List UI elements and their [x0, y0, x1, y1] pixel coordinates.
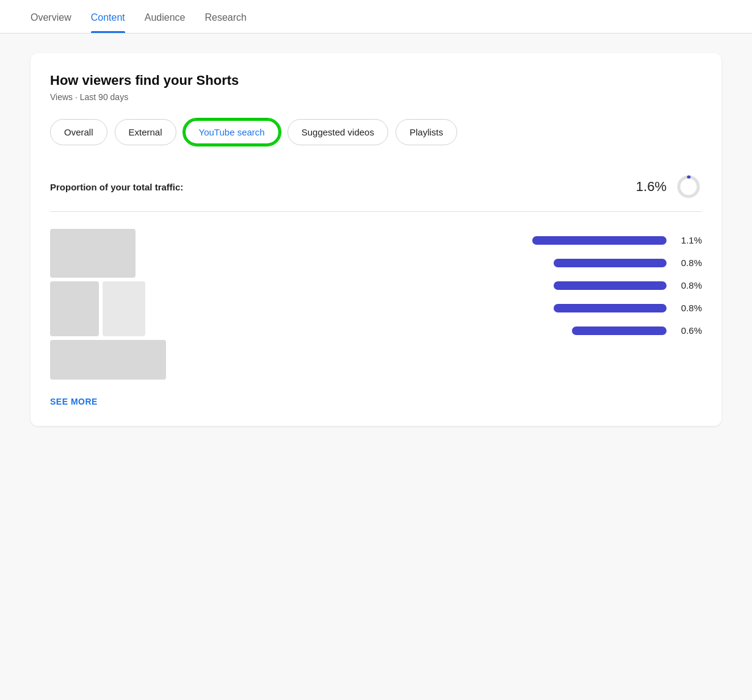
traffic-row: Proportion of your total traffic: 1.6% [50, 162, 702, 212]
bar-0 [532, 236, 667, 245]
bar-value-0: 1.1% [675, 235, 702, 245]
bar-3 [554, 304, 667, 312]
bar-2 [554, 281, 667, 290]
bar-row-1: 0.8% [186, 258, 702, 268]
card-title: How viewers find your Shorts [50, 73, 702, 88]
bar-row-4: 0.6% [186, 325, 702, 336]
bars-area: 1.1%0.8%0.8%0.8%0.6% [186, 229, 702, 336]
bar-1 [554, 259, 667, 267]
traffic-label: Proportion of your total traffic: [50, 182, 183, 192]
nav-tab-research[interactable]: Research [204, 12, 246, 33]
see-more-link[interactable]: SEE MORE [50, 397, 702, 406]
card-subtitle: Views · Last 90 days [50, 92, 702, 102]
thumb-bottom-row [50, 281, 166, 336]
traffic-percent: 1.6% [636, 179, 667, 195]
chip-playlists[interactable]: Playlists [396, 119, 457, 145]
chip-youtube-search[interactable]: YouTube search [184, 119, 280, 145]
thumb-top [50, 229, 136, 278]
traffic-right: 1.6% [636, 173, 702, 200]
content-area: 1.1%0.8%0.8%0.8%0.6% [50, 229, 702, 380]
bar-container-3 [186, 304, 667, 312]
chip-suggested-videos[interactable]: Suggested videos [287, 119, 388, 145]
bar-container-1 [186, 259, 667, 267]
nav-tabs: OverviewContentAudienceResearch [0, 0, 752, 34]
nav-tab-overview[interactable]: Overview [31, 12, 71, 33]
chip-external[interactable]: External [115, 119, 176, 145]
thumb-small-right [103, 281, 145, 336]
thumbnail-area [50, 229, 166, 380]
nav-tab-content[interactable]: Content [91, 12, 125, 33]
bar-value-3: 0.8% [675, 303, 702, 313]
bar-row-0: 1.1% [186, 235, 702, 245]
nav-tab-audience[interactable]: Audience [145, 12, 186, 33]
thumb-wide [50, 340, 166, 380]
bar-container-2 [186, 281, 667, 290]
bar-container-4 [186, 327, 667, 335]
bar-container-0 [186, 236, 667, 245]
bar-value-1: 0.8% [675, 258, 702, 268]
bar-value-4: 0.6% [675, 325, 702, 336]
bar-value-2: 0.8% [675, 280, 702, 290]
donut-chart [675, 173, 702, 200]
svg-point-0 [679, 177, 698, 197]
chip-overall[interactable]: Overall [50, 119, 107, 145]
bar-4 [572, 327, 667, 335]
thumb-small-left [50, 281, 99, 336]
filter-chips: OverallExternalYouTube searchSuggested v… [50, 119, 702, 145]
main-card: How viewers find your Shorts Views · Las… [31, 53, 721, 426]
bar-row-2: 0.8% [186, 280, 702, 290]
bar-row-3: 0.8% [186, 303, 702, 313]
